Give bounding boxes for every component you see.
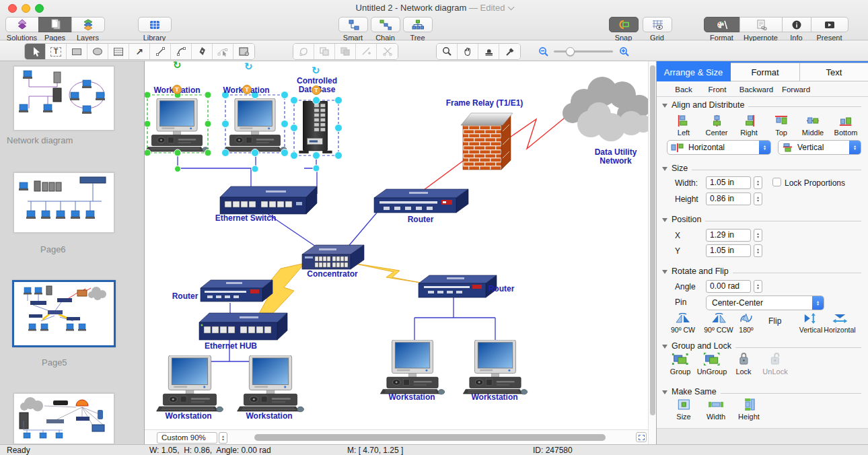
align-middle-button[interactable]: Middle (802, 115, 824, 137)
tab-text[interactable]: Text (800, 63, 868, 81)
rotate-handle-cyan-icon[interactable]: ↻ (244, 61, 253, 73)
y-stepper[interactable]: ▴▾ (754, 244, 762, 257)
tree-connect-button[interactable]: Tree (403, 17, 432, 42)
pan-tool[interactable] (458, 44, 478, 59)
rotate-90cw-button[interactable]: 90º CW (671, 313, 695, 334)
combine-tool[interactable] (314, 44, 335, 59)
pages-button[interactable]: Pages (38, 17, 71, 42)
align-center-button[interactable]: Center (705, 115, 727, 137)
zoom-out-button[interactable] (538, 46, 550, 60)
workstation-bottom-left1-shape[interactable] (157, 355, 223, 412)
rotate-handle-green-icon[interactable]: ↻ (173, 61, 182, 71)
rotate-180-button[interactable]: 180º (739, 313, 754, 334)
router-bottom-right-shape[interactable] (419, 275, 497, 298)
text-badge-icon[interactable]: T (172, 85, 182, 94)
page-thumbnail-page5-selected[interactable] (12, 280, 116, 347)
make-same-size-button[interactable]: Size (676, 398, 690, 421)
smart-connect-button[interactable]: Smart (338, 17, 367, 42)
zoom-slider-knob[interactable] (566, 47, 575, 56)
solutions-button[interactable]: Solutions (5, 17, 38, 42)
bring-to-front-button[interactable]: Front (709, 85, 727, 94)
workstation-top2-shape[interactable] (223, 98, 287, 152)
lock-proportions-checkbox[interactable] (772, 178, 781, 186)
text-badge-icon[interactable]: T (242, 85, 252, 94)
stamp-tool[interactable] (478, 44, 499, 59)
height-stepper[interactable]: ▴▾ (754, 193, 762, 205)
tab-format[interactable]: Format (731, 63, 800, 81)
collapse-triangle-icon[interactable] (662, 270, 667, 274)
rectangle-tool[interactable] (67, 44, 87, 59)
collapse-triangle-icon[interactable] (662, 104, 667, 108)
tab-arrange-size[interactable]: Arrange & Size (657, 63, 731, 81)
firewall-shape[interactable] (461, 113, 513, 170)
connector-workstation1-switch[interactable] (178, 154, 251, 187)
align-right-button[interactable]: Right (740, 115, 758, 137)
connector-router-concentrator[interactable] (347, 213, 377, 248)
diagram-canvas[interactable]: ↻ ↻ ↻ Workstation Workstation Controlled… (145, 61, 648, 429)
zoom-tool[interactable] (437, 44, 458, 59)
zoom-in-button[interactable] (619, 46, 630, 60)
connector-tool[interactable]: ↗ (129, 44, 150, 59)
horizontal-scrollbar-thumb[interactable] (254, 434, 606, 441)
collapse-triangle-icon[interactable] (662, 167, 667, 171)
align-bottom-button[interactable]: Bottom (834, 115, 858, 137)
chain-connect-button[interactable]: Chain (371, 17, 400, 42)
width-stepper[interactable]: ▴▾ (754, 176, 762, 189)
cloud-shape[interactable] (563, 77, 648, 141)
zoom-level-select[interactable]: Custom 90% (157, 432, 217, 444)
grid-button[interactable]: Grid (643, 17, 672, 42)
library-button[interactable]: Library (138, 17, 171, 42)
page-thumbnail-partial[interactable] (13, 393, 114, 444)
page-thumbnail-page6[interactable] (13, 172, 114, 233)
make-same-width-button[interactable]: Width (707, 398, 725, 421)
distribute-horizontal-select[interactable]: Horizontal ▴▾ (667, 140, 771, 155)
lock-button[interactable]: Lock (735, 351, 751, 376)
split-tool[interactable] (377, 44, 398, 59)
layers-button[interactable]: Layers (71, 17, 104, 42)
router-top-right-shape[interactable] (374, 189, 468, 213)
page-thumbnail-network-diagram[interactable] (13, 66, 114, 131)
connector-router-workstations[interactable] (414, 298, 495, 341)
send-to-back-button[interactable]: Back (675, 85, 692, 94)
arc-tool[interactable] (171, 44, 192, 59)
collapse-triangle-icon[interactable] (662, 390, 667, 394)
vertical-scrollbar[interactable] (648, 61, 656, 444)
concentrator-shape[interactable] (302, 245, 364, 269)
workstation-bottom-right1-shape[interactable] (380, 340, 444, 394)
angle-field[interactable]: 0.00 rad (706, 280, 751, 293)
x-field[interactable]: 1.29 in (706, 229, 751, 242)
align-left-button[interactable]: Left (678, 115, 690, 137)
vertical-scrollbar-thumb[interactable] (650, 65, 655, 415)
angle-stepper[interactable]: ▴▾ (754, 280, 762, 293)
node-edit-tool[interactable] (213, 44, 233, 59)
group-button[interactable]: Group (670, 353, 691, 376)
page-label[interactable]: Page5 (42, 357, 67, 368)
pen-tool[interactable] (192, 44, 213, 59)
text-tool[interactable]: T (46, 44, 67, 59)
connector-firewall-cloud[interactable] (506, 112, 571, 149)
ethernet-switch-shape[interactable] (220, 186, 317, 214)
text-badge-icon[interactable]: T (312, 85, 321, 95)
page-label[interactable]: Page6 (40, 244, 66, 254)
pin-select[interactable]: Center-Center ▴▾ (706, 295, 824, 310)
zoom-level-stepper[interactable]: ▴▾ (219, 432, 227, 444)
flip-vertical-button[interactable]: Vertical (799, 313, 822, 334)
unlock-button[interactable]: UnLock (762, 351, 787, 376)
router-mid-left-shape[interactable] (201, 280, 273, 302)
subtract-tool[interactable] (335, 44, 356, 59)
ethernet-hub-shape[interactable] (199, 313, 287, 340)
format-panel-button[interactable]: Format (704, 17, 739, 42)
height-field[interactable]: 0.86 in (706, 193, 751, 205)
section-rotate-flip[interactable]: Rotate and Flip (662, 267, 861, 276)
rotate-handle-cyan-icon[interactable]: ↻ (312, 65, 320, 77)
distribute-vertical-select[interactable]: Vertical ▴▾ (778, 140, 861, 155)
select-tool[interactable] (25, 44, 46, 59)
connector-router-firewall[interactable] (419, 158, 468, 194)
flip-horizontal-button[interactable]: Horizontal (824, 313, 855, 334)
text-block-tool[interactable] (108, 44, 129, 59)
shape-connector-tool[interactable] (233, 44, 254, 59)
reshape-tool[interactable] (293, 44, 314, 59)
ungroup-button[interactable]: UnGroup (697, 353, 727, 376)
zoom-slider[interactable] (554, 50, 613, 53)
section-align-distribute[interactable]: Align and Distribute (662, 100, 861, 110)
